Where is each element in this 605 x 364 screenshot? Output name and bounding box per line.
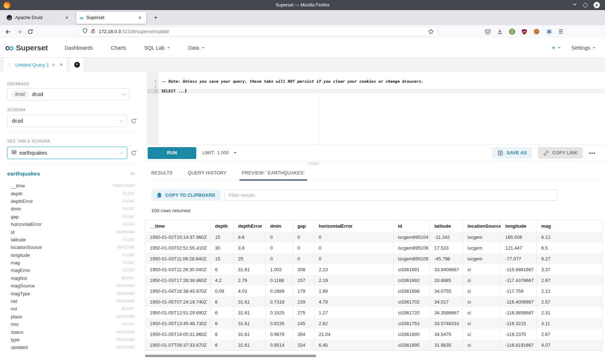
browser-tab-superset[interactable]: ∞ Superset ✕ — [76, 12, 146, 24]
results-column-header[interactable]: longitude — [501, 220, 537, 232]
table-select[interactable]: earthquakes — [7, 147, 127, 159]
table-cell: 0.2889 — [266, 286, 293, 296]
schema-column-row: magTypeVARCHAR — [7, 290, 137, 297]
results-tab-bar: RESULTS QUERY HISTORY PREVIEW: `EARTHQUA… — [151, 165, 601, 181]
tab-results[interactable]: RESULTS — [151, 165, 173, 180]
save-as-button[interactable]: SAVE AS — [492, 147, 532, 159]
schema-column-name: type — [11, 337, 20, 342]
refresh-tables-icon[interactable] — [131, 150, 137, 156]
cookie-icon[interactable] — [533, 28, 540, 35]
table-cell: 0 — [314, 253, 394, 264]
results-column-header[interactable]: depth — [211, 220, 234, 232]
table-cell: 30 — [211, 242, 234, 253]
query-tab-bar: ⋮ Untitled Query 1 ✕ + — [0, 58, 605, 72]
ublock-shield-icon[interactable]: uO — [521, 29, 527, 35]
superset-logo[interactable]: ∞ Superset — [5, 43, 48, 53]
results-column-header[interactable]: __time — [145, 220, 211, 232]
superset-brand-name: Superset — [16, 44, 48, 52]
run-button[interactable]: RUN — [148, 147, 196, 159]
table-row: 1950-01-05T07:24:19.740Z631.610.73182394… — [145, 296, 602, 307]
table-schema-panel-header[interactable]: earthquakes — [7, 170, 134, 177]
tab-close-icon[interactable]: ✕ — [137, 15, 143, 21]
chevron-down-icon — [119, 118, 123, 122]
results-column-header[interactable]: mag — [537, 220, 602, 232]
extension-asterisk-icon[interactable] — [546, 28, 552, 35]
pocket-icon[interactable] — [485, 29, 491, 35]
new-plus-button[interactable]: + — [552, 44, 561, 51]
lock-crossed-icon[interactable] — [90, 28, 96, 35]
nav-item-charts[interactable]: Charts — [102, 45, 135, 51]
schema-column-row: typeVARCHAR — [7, 336, 137, 343]
tab-query-history[interactable]: QUERY HISTORY — [188, 165, 227, 180]
shield-icon[interactable] — [82, 28, 88, 35]
url-text[interactable]: 172.18.0.3:32108/superset/sqllab/ — [99, 29, 169, 34]
filter-results-input[interactable] — [224, 190, 557, 201]
reload-icon[interactable] — [27, 29, 33, 35]
results-column-header[interactable]: locationSource — [463, 220, 501, 232]
schema-column-name: depthError — [11, 199, 33, 204]
nav-item-dashboards[interactable]: Dashboards — [56, 45, 102, 51]
table-cell: 1950-01-02T15:14:37.960Z — [145, 232, 211, 242]
chevron-down-icon — [593, 47, 596, 49]
add-query-tab-button[interactable]: + — [71, 58, 83, 72]
copy-link-button[interactable]: COPY LINK — [538, 147, 583, 159]
unsaved-dot-icon — [52, 63, 55, 67]
schema-column-row: statusVARCHAR — [7, 328, 137, 336]
query-tab-close-icon[interactable]: ✕ — [59, 62, 63, 67]
tab-close-icon[interactable]: ✕ — [64, 15, 70, 21]
table-cell: 6 — [211, 340, 234, 350]
table-cell: 2.67 — [537, 275, 602, 286]
results-column-header[interactable]: id — [394, 220, 430, 232]
table-cell: iscgem895104 — [394, 232, 430, 242]
tab-preview-earthquakes[interactable]: PREVIEW: `EARTHQUAKES` — [242, 165, 305, 180]
more-options-icon[interactable]: ••• — [589, 150, 596, 156]
extension-green-icon[interactable] — [509, 28, 515, 35]
query-tab-untitled[interactable]: ⋮ Untitled Query 1 ✕ — [4, 58, 67, 72]
editor-line[interactable]: 2 — [147, 84, 605, 88]
table-cell: 245 — [293, 318, 314, 329]
menu-hamburger-icon[interactable]: ☰ — [559, 28, 563, 35]
schema-select[interactable]: druid — [7, 115, 127, 127]
results-column-header[interactable]: dmin — [266, 220, 293, 232]
window-minimize-icon[interactable] — [572, 2, 577, 8]
table-cell: -119.3215 — [501, 318, 537, 329]
window-close-icon[interactable]: ✕ — [593, 2, 600, 8]
database-select[interactable]: druid druid — [7, 88, 130, 100]
superset-navbar: ∞ Superset Dashboards Charts SQL Lab Dat… — [0, 38, 605, 58]
bookmark-star-icon[interactable] — [428, 28, 434, 35]
download-icon[interactable] — [497, 29, 503, 35]
table-cell: 8.6 — [234, 232, 266, 242]
table-cell: -116.8191667 — [501, 340, 537, 350]
horizontal-scrollbar[interactable] — [145, 355, 316, 357]
nav-item-data[interactable]: Data — [179, 45, 214, 51]
browser-tab-apache-druid[interactable]: Apache Druid ✕ — [3, 12, 73, 24]
sql-editor[interactable]: 1-- Note: Unless you save your query, th… — [147, 72, 605, 145]
settings-menu[interactable]: Settings — [572, 45, 596, 51]
window-maximize-icon[interactable] — [583, 2, 588, 8]
table-row: 1950-01-02T15:14:37.960Z158.6000iscgem89… — [145, 232, 602, 242]
collapse-chevron-icon[interactable] — [130, 172, 135, 177]
forward-icon[interactable] — [16, 29, 22, 35]
limit-dropdown[interactable]: LIMIT: 1 000 — [202, 150, 237, 155]
window-titlebar: Superset — Mozilla Firefox ✕ — [0, 0, 605, 10]
results-column-header[interactable]: latitude — [430, 220, 463, 232]
new-tab-button[interactable]: + — [151, 13, 161, 22]
schema-column-name: net — [11, 299, 17, 304]
results-column-header[interactable]: gap — [293, 220, 314, 232]
editor-line[interactable]: 3SELECT ... — [147, 89, 605, 94]
editor-line[interactable]: 1-- Note: Unless you save your query, th… — [147, 79, 605, 84]
schema-column-name: nst — [11, 306, 17, 311]
copy-to-clipboard-button[interactable]: COPY TO CLIPBOARD — [151, 190, 221, 201]
schema-column-name: rms — [11, 322, 19, 327]
results-column-header[interactable]: horizontalError — [314, 220, 394, 232]
results-column-header[interactable]: depthError — [234, 220, 266, 232]
editor-line-number: 2 — [147, 84, 159, 88]
schema-column-row: depthErrorFLOAT — [7, 197, 137, 205]
back-icon[interactable] — [5, 29, 11, 35]
drag-handle-icon[interactable]: ⋮ — [7, 62, 12, 68]
pane-resize-handle[interactable] — [308, 162, 319, 165]
refresh-schemas-icon[interactable] — [131, 118, 137, 124]
url-bar[interactable]: 172.18.0.3:32108/superset/sqllab/ — [79, 27, 438, 36]
table-cell: 2.23 — [314, 264, 394, 275]
nav-item-sql-lab[interactable]: SQL Lab — [135, 45, 179, 51]
